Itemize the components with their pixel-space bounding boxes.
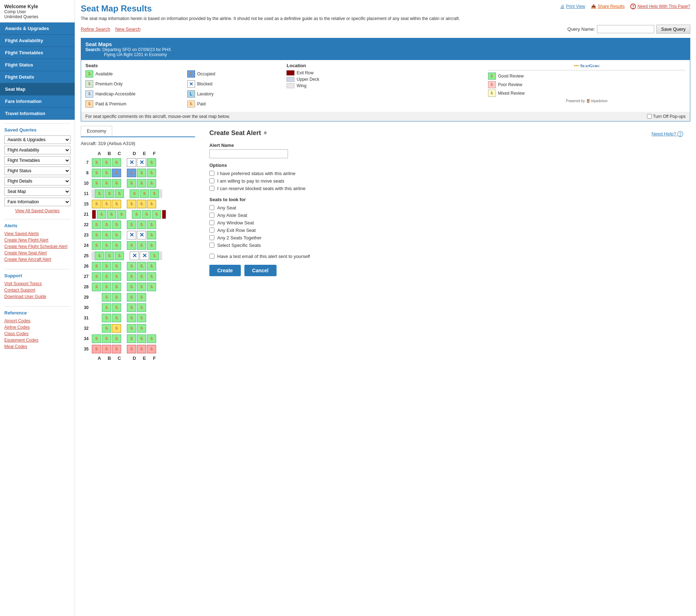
seat-11d[interactable]: 🪑 — [130, 189, 139, 198]
sidebar-item-awards[interactable]: Awards & Upgrades — [0, 23, 75, 35]
seat-7b[interactable]: 🪑 — [102, 158, 111, 167]
seat-31c[interactable]: 🪑 — [112, 314, 121, 322]
seat-15c[interactable]: 🪑 — [112, 200, 121, 208]
sidebar-item-availability[interactable]: Flight Availability — [0, 35, 75, 47]
seat-8f[interactable]: 🪑 — [147, 169, 156, 177]
seat-23d[interactable]: ✕ — [127, 231, 136, 239]
seat-34f[interactable]: 🪑 — [147, 334, 156, 343]
seat-21e[interactable]: 🪑 — [142, 210, 151, 219]
seat-29b[interactable]: 🪑 — [102, 293, 111, 302]
refine-search-link[interactable]: Refine Search — [81, 26, 110, 32]
seat-15f[interactable]: 🪑 — [147, 200, 156, 208]
seat-35d[interactable]: 🪑 — [127, 345, 136, 353]
seat-27f[interactable]: 🪑 — [147, 272, 156, 281]
seat-27e[interactable]: 🪑 — [137, 272, 146, 281]
seat-21d[interactable]: 🪑 — [132, 210, 141, 219]
class-codes[interactable]: Class Codes — [4, 331, 70, 336]
seat-26d[interactable]: 🪑 — [127, 262, 136, 270]
saved-query-details[interactable]: Flight Details — [4, 177, 70, 185]
saved-query-timetables[interactable]: Flight Timetables — [4, 156, 70, 165]
seat-35a[interactable]: 🪑 — [92, 345, 101, 353]
seat-34b[interactable]: 🪑 — [102, 334, 111, 343]
sidebar-item-travel[interactable]: Travel Information — [0, 108, 75, 120]
alert-need-help[interactable]: Need Help? ? — [652, 131, 683, 136]
seat-11f[interactable]: 🪑 — [150, 189, 159, 198]
saved-query-awards[interactable]: Awards & Upgrades — [4, 135, 70, 144]
seat-32c[interactable]: 🪑 — [112, 324, 121, 333]
share-results-link[interactable]: 📤 Share Results — [591, 4, 625, 9]
seat-31b[interactable]: 🪑 — [102, 314, 111, 322]
seat-25d[interactable]: ✕ — [130, 252, 139, 260]
seat-25a[interactable]: 🪑 — [95, 252, 104, 260]
seat-10c[interactable]: 🪑 — [112, 179, 121, 188]
seat-8b[interactable]: 🪑 — [102, 169, 111, 177]
seat-7c[interactable]: 🪑 — [112, 158, 121, 167]
seat-11a[interactable]: 🪑 — [95, 189, 104, 198]
saved-query-seatmap[interactable]: Seat Map — [4, 187, 70, 196]
seat-8c[interactable]: 🪑 — [112, 169, 121, 177]
seat-21a[interactable]: 🪑 — [97, 210, 106, 219]
seat-7d[interactable]: ✕ — [127, 158, 136, 167]
seat-7a[interactable]: 🪑 — [92, 158, 101, 167]
seat-32d[interactable]: 🪑 — [127, 324, 136, 333]
view-saved-alerts[interactable]: View Saved Alerts — [4, 231, 70, 236]
create-seat-alert[interactable]: Create New Seat Alert — [4, 250, 70, 255]
download-user-guide[interactable]: Download User Guide — [4, 294, 70, 299]
seat-15a[interactable]: 🪑 — [92, 200, 101, 208]
seat-32e[interactable]: 🪑 — [137, 324, 146, 333]
seat-15e[interactable]: 🪑 — [137, 200, 146, 208]
seat-24f[interactable]: 🪑 — [147, 241, 156, 250]
create-aircraft-alert[interactable]: Create New Aircraft Alert — [4, 257, 70, 262]
seat-27c[interactable]: 🪑 — [112, 272, 121, 281]
seat-26f[interactable]: 🪑 — [147, 262, 156, 270]
seat-28b[interactable]: 🪑 — [102, 283, 111, 291]
seat-28f[interactable]: 🪑 — [147, 283, 156, 291]
seat-22f[interactable]: 🪑 — [147, 220, 156, 229]
seat-15b[interactable]: 🪑 — [102, 200, 111, 208]
seat-11c[interactable]: 🪑 — [115, 189, 124, 198]
seat-11e[interactable]: 🪑 — [140, 189, 149, 198]
specific-seats-checkbox[interactable] — [209, 243, 214, 248]
seat-24e[interactable]: 🪑 — [137, 241, 146, 250]
seat-34d[interactable]: 🪑 — [127, 334, 136, 343]
tab-economy[interactable]: Economy — [81, 126, 112, 136]
seat-11b[interactable]: 🪑 — [105, 189, 114, 198]
seat-32b[interactable]: 🪑 — [102, 324, 111, 333]
print-view-link[interactable]: 🖨 Print View — [560, 4, 585, 9]
seat-24c[interactable]: 🪑 — [112, 241, 121, 250]
seat-25e[interactable]: ✕ — [140, 252, 149, 260]
seat-31e[interactable]: 🪑 — [137, 314, 146, 322]
seat-25b[interactable]: 🪑 — [105, 252, 114, 260]
seat-25f[interactable]: 🪑 — [150, 252, 159, 260]
create-button[interactable]: Create — [209, 265, 241, 276]
cancel-button[interactable]: Cancel — [244, 265, 277, 276]
seat-10f[interactable]: 🪑 — [147, 179, 156, 188]
seat-28a[interactable]: 🪑 — [92, 283, 101, 291]
seat-26c[interactable]: 🪑 — [112, 262, 121, 270]
sidebar-item-timetables[interactable]: Flight Timetables — [0, 47, 75, 59]
seat-8e[interactable]: 🪑 — [137, 169, 146, 177]
visit-support-topics[interactable]: Visit Support Topics — [4, 281, 70, 286]
seat-27d[interactable]: 🪑 — [127, 272, 136, 281]
saved-query-status[interactable]: Flight Status — [4, 167, 70, 175]
seat-8d[interactable]: 🪑 — [127, 169, 136, 177]
seat-30e[interactable]: 🪑 — [137, 303, 146, 312]
turn-off-popups-label[interactable]: Turn Off Pop-ups — [647, 114, 686, 119]
new-search-link[interactable]: New Search — [115, 26, 140, 32]
seat-23f[interactable]: 🪑 — [147, 231, 156, 239]
seat-8a[interactable]: 🪑 — [92, 169, 101, 177]
window-seat-checkbox[interactable] — [209, 220, 214, 225]
saved-query-fare[interactable]: Fare Information — [4, 198, 70, 206]
save-query-button[interactable]: Save Query — [656, 25, 690, 34]
seat-24d[interactable]: 🪑 — [127, 241, 136, 250]
seat-10d[interactable]: 🪑 — [127, 179, 136, 188]
seat-26a[interactable]: 🪑 — [92, 262, 101, 270]
seat-30b[interactable]: 🪑 — [102, 303, 111, 312]
seat-31d[interactable]: 🪑 — [127, 314, 136, 322]
seat-15d[interactable]: 🪑 — [127, 200, 136, 208]
test-email-checkbox[interactable] — [209, 254, 214, 259]
create-flight-alert[interactable]: Create New Flight Alert — [4, 238, 70, 243]
seat-24b[interactable]: 🪑 — [102, 241, 111, 250]
reserve-blocked-checkbox[interactable] — [209, 186, 214, 191]
meal-codes[interactable]: Meal Codes — [4, 344, 70, 349]
